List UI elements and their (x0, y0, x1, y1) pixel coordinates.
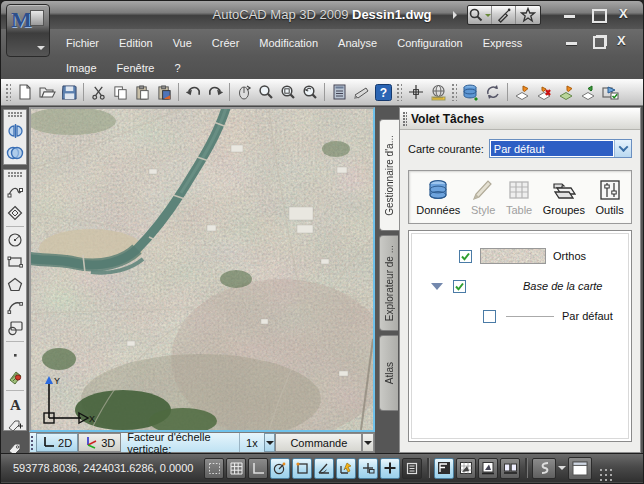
expander-icon[interactable] (431, 283, 443, 296)
menu-edition[interactable]: Edition (109, 33, 163, 53)
quickview-button[interactable] (500, 458, 520, 479)
base-checkbox[interactable] (453, 280, 466, 293)
connect-data-button[interactable] (460, 81, 482, 103)
coordinate-system-button[interactable] (427, 81, 449, 103)
arc-button[interactable] (4, 295, 26, 317)
circle-button[interactable] (4, 229, 26, 251)
map-save-edit-button[interactable] (599, 81, 621, 103)
tool-outils[interactable]: Outils (596, 178, 624, 216)
clean-screen-button[interactable] (568, 457, 592, 480)
orthos-checkbox[interactable] (459, 250, 472, 263)
text-button[interactable]: A (4, 393, 26, 415)
annotation-scale-button[interactable] (532, 458, 556, 479)
donut-button[interactable] (4, 202, 26, 224)
polygon-button[interactable] (4, 273, 26, 295)
tool-donnees[interactable]: Données (416, 178, 460, 216)
polar-button[interactable] (270, 458, 290, 479)
osnap-button[interactable] (292, 458, 312, 479)
pan-button[interactable] (233, 81, 255, 103)
copy-button[interactable] (109, 81, 131, 103)
map-update-button[interactable] (577, 81, 599, 103)
layout-button[interactable] (456, 458, 476, 479)
new-file-button[interactable] (14, 81, 36, 103)
vertical-scale-dropdown[interactable] (264, 433, 276, 452)
toolbar-grip[interactable] (8, 112, 22, 118)
map-checkout-button[interactable] (511, 81, 533, 103)
view-2d-button[interactable]: 2D (36, 433, 78, 452)
maximize-button[interactable] (591, 8, 605, 20)
help-button[interactable]: ? (372, 81, 394, 103)
menu-fenetre[interactable]: Fenêtre (107, 58, 165, 78)
search-button[interactable] (468, 6, 492, 24)
layer-label[interactable]: Par défaut (562, 310, 613, 322)
tool-groupes[interactable]: Groupes (543, 178, 585, 216)
tab-atlas[interactable]: Atlas (379, 335, 398, 411)
toolbar-grip-2[interactable] (397, 83, 402, 101)
menu-fichier[interactable]: Fichier (56, 33, 109, 53)
combo-dropdown-button[interactable] (614, 140, 631, 157)
menu-creer[interactable]: Créer (202, 33, 250, 53)
dyn-button[interactable] (358, 458, 378, 479)
save-button[interactable] (58, 81, 80, 103)
tree-row-base[interactable]: Base de la carte (415, 271, 625, 301)
cut-button[interactable] (87, 81, 109, 103)
drawing-viewport[interactable]: Y X (29, 107, 375, 432)
tab-explorateur[interactable]: Explorateur de ... (379, 235, 398, 331)
minimize-button[interactable] (563, 8, 577, 20)
map-checkin-button[interactable] (555, 81, 577, 103)
mdi-restore-button[interactable] (591, 35, 605, 47)
menu-image[interactable]: Image (56, 58, 107, 78)
zoom-previous-button[interactable] (299, 81, 321, 103)
close-button[interactable]: X (619, 8, 633, 20)
command-dropdown[interactable] (362, 433, 374, 452)
tab-gestionnaire[interactable]: Gestionnaire d'a... (379, 119, 399, 231)
resize-grip[interactable] (599, 468, 613, 482)
rectangle-button[interactable] (4, 251, 26, 273)
coordinates-readout[interactable]: 593778.8036, 2424031.6286, 0.0000 (13, 462, 203, 474)
favorites-button[interactable] (516, 6, 540, 24)
title-bar[interactable]: AutoCAD Map 3D 2009 Dessin1.dwg X (1, 1, 643, 29)
mirror-view-button[interactable] (4, 120, 26, 142)
mdi-close-button[interactable]: X (617, 35, 631, 47)
menu-analyse[interactable]: Analyse (328, 33, 387, 53)
search-dropdown-icon[interactable] (485, 14, 491, 20)
layer-label[interactable]: Orthos (553, 250, 586, 262)
model-button[interactable] (434, 458, 454, 479)
task-pane-grip[interactable] (403, 112, 407, 126)
menu-configuration[interactable]: Configuration (387, 33, 472, 53)
view-3d-button[interactable]: 3D (78, 433, 121, 452)
ducs-button[interactable] (336, 458, 356, 479)
tree-row-defaut[interactable]: Par défaut (415, 301, 625, 331)
mdi-minimize-button[interactable] (565, 35, 579, 47)
open-file-button[interactable] (36, 81, 58, 103)
communication-center-button[interactable] (492, 6, 516, 24)
ortho-button[interactable] (248, 458, 268, 479)
label-select-button[interactable] (4, 415, 26, 437)
menu-aide[interactable]: ? (165, 58, 191, 78)
defaut-checkbox[interactable] (483, 310, 496, 323)
infocenter-collapse-icon[interactable] (453, 11, 461, 19)
refresh-button[interactable] (482, 81, 504, 103)
map-cancel-checkout-button[interactable] (533, 81, 555, 103)
paste-button[interactable] (131, 81, 153, 103)
region-button[interactable] (4, 317, 26, 339)
vertical-scale-value[interactable]: 1x (239, 433, 264, 452)
digitize-button[interactable] (405, 81, 427, 103)
tool-palettes-button[interactable] (350, 81, 372, 103)
task-pane-header[interactable]: Volet Tâches (400, 108, 640, 130)
statusrow-grip[interactable] (31, 435, 35, 450)
toolbar-grip[interactable] (6, 83, 11, 101)
polyline-button[interactable] (4, 180, 26, 202)
overlap-view-button[interactable] (4, 142, 26, 164)
properties-palette-button[interactable] (328, 81, 350, 103)
snap-button[interactable] (204, 458, 224, 479)
redo-button[interactable] (204, 81, 226, 103)
otrack-button[interactable] (314, 458, 334, 479)
paste-special-button[interactable] (153, 81, 175, 103)
zoom-window-button[interactable] (277, 81, 299, 103)
layout-preview-button[interactable] (478, 458, 498, 479)
current-map-combobox[interactable]: Par défaut (489, 139, 632, 158)
hatch-button[interactable] (4, 366, 26, 388)
point-button[interactable] (4, 344, 26, 366)
quick-properties-button[interactable] (402, 458, 422, 479)
